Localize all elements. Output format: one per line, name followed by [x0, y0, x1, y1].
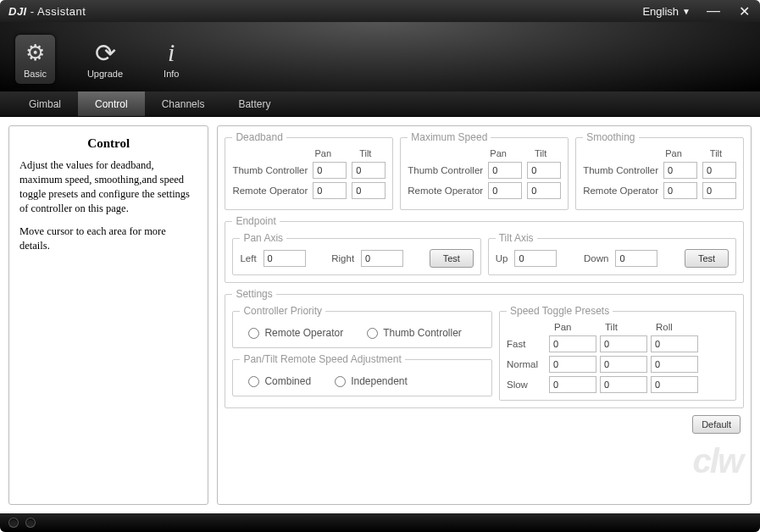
toolbar-basic[interactable]: Basic [15, 35, 55, 84]
maxspeed-thumb-tilt[interactable] [527, 162, 561, 179]
smoothing-thumb-tilt[interactable] [702, 162, 736, 179]
deadband-thumb-pan[interactable] [313, 162, 347, 179]
app-window: DJI - Assistant English ▼ — ✕ Basic Upgr… [0, 0, 760, 532]
close-button[interactable]: ✕ [736, 3, 752, 19]
presets-roll-header: Roll [656, 322, 707, 332]
tilt-axis-group: Tilt Axis Up Down Test [488, 232, 736, 275]
settings-legend: Settings [232, 288, 275, 300]
endpoint-pan-left[interactable] [264, 250, 306, 267]
preset-normal-pan[interactable] [549, 356, 596, 373]
app-title-bold: DJI [8, 5, 27, 18]
right-label: Right [331, 253, 354, 263]
main-toolbar: Basic Upgrade i Info [0, 22, 760, 91]
deadband-thumb-tilt[interactable] [352, 162, 386, 179]
maxspeed-legend: Maximum Speed [408, 131, 491, 143]
up-label: Up [496, 253, 508, 263]
speed-independent-label: Independent [351, 375, 408, 387]
toolbar-upgrade-label: Upgrade [87, 69, 123, 79]
info-icon: i [168, 40, 175, 65]
tilt-test-button[interactable]: Test [685, 249, 729, 268]
help-panel: Control Adjust the values for deadband, … [8, 125, 208, 505]
language-label: English [642, 5, 679, 18]
remote-label: Remote Operator [232, 186, 308, 196]
endpoint-tilt-up[interactable] [514, 250, 557, 267]
toolbar-info[interactable]: i Info [155, 35, 187, 84]
language-selector[interactable]: English ▼ [642, 5, 691, 18]
preset-fast-roll[interactable] [651, 335, 698, 352]
thumb-label-3: Thumb Controller [583, 165, 658, 175]
endpoint-pan-right[interactable] [361, 250, 403, 267]
pan-axis-legend: Pan Axis [240, 232, 286, 244]
thumb-label: Thumb Controller [232, 165, 308, 175]
tab-battery[interactable]: Battery [221, 91, 287, 116]
priority-thumb-label: Thumb Controller [383, 327, 462, 339]
app-title: DJI - Assistant [8, 5, 86, 18]
status-led-1 [8, 518, 19, 528]
presets-legend: Speed Toggle Presets [507, 305, 613, 317]
maxspeed-thumb-pan[interactable] [488, 162, 522, 179]
toolbar-upgrade[interactable]: Upgrade [79, 35, 131, 84]
remote-label-2: Remote Operator [408, 186, 483, 196]
toolbar-basic-label: Basic [24, 69, 47, 79]
maxspeed-group: Maximum Speed PanTilt Thumb Controller R… [400, 131, 569, 210]
pan-header-2: Pan [481, 148, 515, 158]
preset-normal-roll[interactable] [651, 356, 698, 373]
tilt-axis-legend: Tilt Axis [496, 232, 537, 244]
presets-tilt-header: Tilt [605, 322, 656, 332]
subtab-bar: Gimbal Control Channels Battery [0, 91, 760, 117]
watermark: clw [693, 442, 742, 480]
presets-group: Speed Toggle Presets Pan Tilt Roll Fast [499, 305, 736, 401]
remote-speed-group: Pan/Tilt Remote Speed Adjustment Combine… [232, 353, 492, 396]
preset-slow-pan[interactable] [549, 376, 596, 393]
settings-group: Settings Controller Priority Remote Oper… [225, 288, 744, 408]
deadband-remote-tilt[interactable] [352, 182, 386, 199]
endpoint-tilt-down[interactable] [615, 250, 657, 267]
smoothing-legend: Smoothing [583, 131, 638, 143]
endpoint-legend: Endpoint [232, 215, 279, 227]
left-label: Left [240, 253, 256, 263]
maxspeed-remote-pan[interactable] [488, 182, 522, 199]
help-text-2: Move cursor to each area for more detail… [19, 224, 197, 253]
preset-slow-tilt[interactable] [600, 376, 647, 393]
maxspeed-remote-tilt[interactable] [527, 182, 561, 199]
speed-independent-option[interactable]: Independent [335, 375, 408, 387]
default-button[interactable]: Default [692, 415, 741, 434]
deadband-legend: Deadband [232, 131, 286, 143]
priority-remote-option[interactable]: Remote Operator [248, 327, 343, 339]
priority-thumb-option[interactable]: Thumb Controller [367, 327, 462, 339]
settings-panel: Deadband PanTilt Thumb Controller Remote… [217, 125, 752, 505]
speed-combined-option[interactable]: Combined [248, 375, 311, 387]
app-title-rest: - Assistant [27, 5, 86, 18]
priority-remote-radio[interactable] [248, 328, 259, 339]
toolbar-info-label: Info [164, 69, 179, 79]
smoothing-remote-tilt[interactable] [702, 182, 736, 199]
tab-control[interactable]: Control [78, 91, 145, 116]
remote-speed-legend: Pan/Tilt Remote Speed Adjustment [240, 353, 404, 365]
help-heading: Control [19, 135, 197, 152]
titlebar: DJI - Assistant English ▼ — ✕ [0, 0, 760, 22]
presets-pan-header: Pan [554, 322, 605, 332]
minimize-button[interactable]: — [706, 3, 721, 19]
preset-fast-pan[interactable] [549, 335, 596, 352]
normal-label: Normal [507, 359, 549, 369]
priority-remote-label: Remote Operator [264, 327, 343, 339]
remote-label-3: Remote Operator [583, 186, 658, 196]
tab-channels[interactable]: Channels [145, 91, 222, 116]
deadband-remote-pan[interactable] [313, 182, 347, 199]
smoothing-thumb-pan[interactable] [663, 162, 697, 179]
preset-slow-roll[interactable] [651, 376, 698, 393]
preset-fast-tilt[interactable] [600, 335, 647, 352]
priority-thumb-radio[interactable] [367, 328, 378, 339]
speed-combined-radio[interactable] [248, 376, 259, 387]
fast-label: Fast [507, 339, 549, 349]
smoothing-remote-pan[interactable] [663, 182, 697, 199]
pan-test-button[interactable]: Test [430, 249, 474, 268]
tab-gimbal[interactable]: Gimbal [12, 91, 78, 116]
pan-header-3: Pan [657, 148, 691, 158]
slow-label: Slow [507, 380, 549, 390]
speed-independent-radio[interactable] [335, 376, 346, 387]
top-row: Deadband PanTilt Thumb Controller Remote… [225, 131, 744, 210]
chevron-down-icon: ▼ [682, 7, 691, 16]
tilt-header-2: Tilt [524, 148, 558, 158]
preset-normal-tilt[interactable] [600, 356, 647, 373]
